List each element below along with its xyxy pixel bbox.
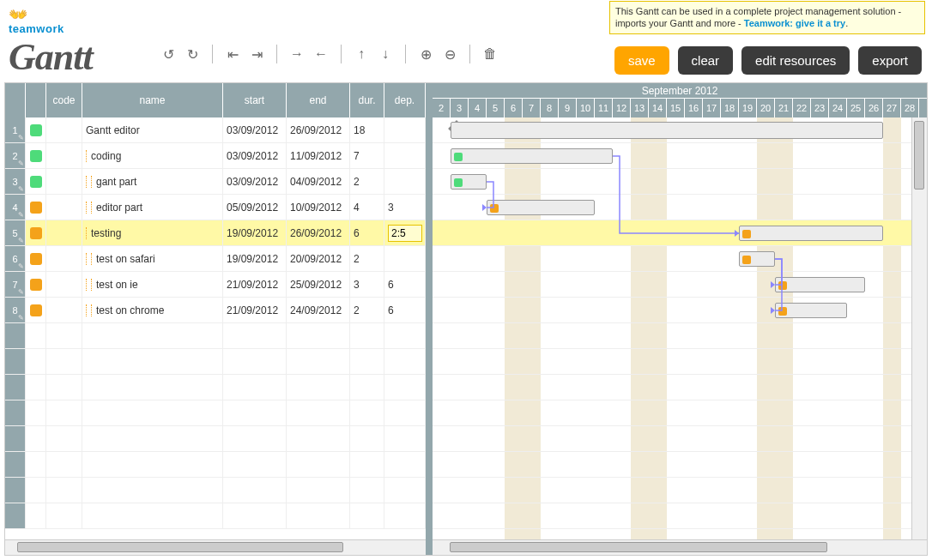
gantt-row[interactable] [433,426,927,452]
dur-cell[interactable]: 18 [350,117,384,142]
gantt-row[interactable] [433,349,927,375]
table-row[interactable]: 3✎gant part03/09/201204/09/20122 [5,169,426,195]
start-cell[interactable]: 03/09/2012 [223,117,287,142]
gantt-bar[interactable] [451,148,613,164]
name-cell[interactable]: test on chrome [82,298,223,322]
table-row[interactable] [5,400,426,426]
gantt-row[interactable] [433,478,927,503]
table-row[interactable] [5,452,426,478]
table-row[interactable] [5,426,426,452]
row-header[interactable] [5,349,26,374]
end-cell[interactable] [287,323,350,348]
dur-cell[interactable] [350,349,384,374]
code-cell[interactable] [46,349,82,374]
end-cell[interactable]: 11/09/2012 [287,143,350,168]
zoom-in-icon[interactable]: ⊕ [416,45,435,63]
status-cell[interactable] [26,349,46,374]
edit-icon[interactable]: ✎ [18,185,24,193]
clear-button[interactable]: clear [678,46,734,75]
gantt-bar[interactable] [775,303,847,318]
table-row[interactable] [5,503,426,529]
code-cell[interactable] [46,400,82,425]
dur-cell[interactable]: 4 [350,195,384,220]
move-left-icon[interactable]: ← [312,45,330,63]
gantt-row[interactable] [433,117,927,143]
code-cell[interactable] [46,220,82,245]
status-cell[interactable] [26,426,46,451]
code-cell[interactable] [46,375,82,400]
dep-cell[interactable] [384,400,426,425]
start-cell[interactable] [223,349,287,374]
gantt-row[interactable] [433,503,927,529]
table-row[interactable]: 4✎editor part05/09/201210/09/201243 [5,195,426,220]
dep-cell[interactable] [384,323,426,348]
gantt-row[interactable] [433,143,927,169]
end-cell[interactable] [287,349,350,374]
status-cell[interactable] [26,478,46,503]
code-cell[interactable] [46,143,82,168]
code-cell[interactable] [46,452,82,477]
h-scrollbar-left[interactable] [5,539,426,555]
table-row[interactable] [5,478,426,503]
code-cell[interactable] [46,272,82,297]
status-cell[interactable] [26,503,46,528]
dur-cell[interactable]: 7 [350,143,384,168]
gantt-row[interactable] [433,220,927,246]
table-row[interactable]: 5✎testing19/09/201226/09/20126 [5,220,426,246]
start-cell[interactable] [223,375,287,400]
end-cell[interactable] [287,375,350,400]
dep-cell[interactable] [384,375,426,400]
end-cell[interactable] [287,478,350,503]
name-cell[interactable]: coding [82,143,223,168]
name-cell[interactable]: Gantt editor [82,117,223,142]
start-cell[interactable]: 19/09/2012 [223,220,287,245]
move-right-icon[interactable]: → [287,45,306,63]
gantt-row[interactable] [433,375,927,400]
dur-cell[interactable] [350,400,384,425]
end-cell[interactable] [287,452,350,477]
banner-link[interactable]: Teamwork: give it a try [744,18,845,28]
table-row[interactable] [5,323,426,349]
table-row[interactable]: 1✎Gantt editor03/09/201226/09/201218 [5,117,426,143]
name-cell[interactable] [82,400,223,425]
name-cell[interactable]: gant part [82,169,223,194]
row-header[interactable]: 8✎ [5,298,26,322]
dep-cell[interactable] [384,220,426,245]
zoom-out-icon[interactable]: ⊖ [440,45,459,63]
gantt-bar[interactable] [739,226,883,241]
status-cell[interactable] [26,452,46,477]
row-header[interactable]: 5✎ [5,220,26,245]
row-header[interactable] [5,426,26,451]
gantt-row[interactable] [433,400,927,426]
code-cell[interactable] [46,323,82,348]
status-cell[interactable] [26,169,46,194]
export-button[interactable]: export [858,46,922,75]
redo-icon[interactable]: ↻ [183,45,202,63]
dur-cell[interactable] [350,503,384,528]
name-cell[interactable]: test on ie [82,272,223,297]
table-row[interactable]: 2✎coding03/09/201211/09/20127 [5,143,426,169]
end-cell[interactable]: 25/09/2012 [287,272,350,297]
dur-cell[interactable]: 2 [350,169,384,194]
name-cell[interactable]: test on safari [82,246,223,271]
code-cell[interactable] [46,426,82,451]
dep-cell[interactable] [384,452,426,477]
indent-icon[interactable]: ⇥ [247,45,266,63]
name-cell[interactable] [82,375,223,400]
status-cell[interactable] [26,272,46,297]
status-cell[interactable] [26,323,46,348]
start-cell[interactable] [223,426,287,451]
dep-input[interactable] [388,225,422,242]
dep-cell[interactable] [384,503,426,528]
dep-cell[interactable] [384,426,426,451]
dur-cell[interactable] [350,478,384,503]
name-cell[interactable] [82,349,223,374]
status-cell[interactable] [26,220,46,245]
pane-splitter[interactable] [426,83,433,555]
end-cell[interactable] [287,426,350,451]
start-cell[interactable] [223,503,287,528]
name-cell[interactable]: editor part [82,195,223,220]
code-cell[interactable] [46,298,82,322]
start-cell[interactable]: 21/09/2012 [223,272,287,297]
edit-icon[interactable]: ✎ [18,262,24,270]
